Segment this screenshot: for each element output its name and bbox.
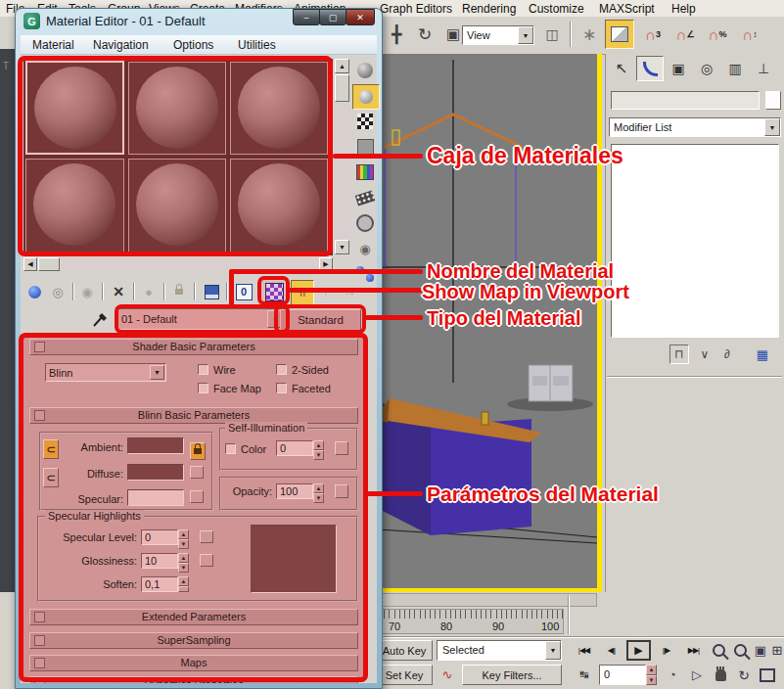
maximize-viewport-icon[interactable] — [758, 665, 777, 685]
options-icon[interactable] — [352, 211, 378, 235]
spinner-snap-icon[interactable]: ∩↕ — [736, 22, 763, 47]
make-unique-material-icon[interactable] — [168, 280, 190, 303]
annotation-line-showmap — [289, 288, 423, 293]
rotate-icon[interactable]: ↻ — [412, 22, 438, 47]
backlight-icon[interactable] — [352, 84, 380, 110]
delete-material-icon[interactable]: ✕ — [108, 280, 129, 303]
time-ruler[interactable]: 70 80 90 100 — [378, 609, 564, 634]
snaps-toggle-icon[interactable] — [605, 20, 634, 49]
zoom-extents-icon[interactable]: ▣ — [752, 640, 769, 661]
assign-material-to-selection-icon[interactable]: ◉ — [76, 280, 98, 303]
put-material-to-scene-icon[interactable]: ◎ — [47, 280, 69, 303]
key-selection-dropdown[interactable]: Selected ▼ — [437, 640, 562, 661]
maximize-button[interactable]: ▢ — [319, 9, 346, 25]
next-frame-icon[interactable]: ||▶ — [654, 640, 678, 661]
time-configuration-icon[interactable]: ◔ — [662, 665, 683, 685]
menu-material[interactable]: Material — [32, 38, 74, 52]
tab-create[interactable]: ↖ — [608, 56, 635, 81]
frame-spinner[interactable]: ▲▼ — [646, 665, 657, 685]
tab-display[interactable]: ▥ — [721, 56, 749, 81]
object-color-swatch[interactable] — [765, 91, 781, 110]
menu-customize[interactable]: Customize — [529, 2, 584, 16]
menu-help[interactable]: Help — [671, 2, 696, 16]
use-center-icon[interactable]: ◫ — [540, 22, 564, 47]
angle-snap-toggle-icon[interactable]: ∩∠ — [671, 22, 699, 47]
close-button[interactable]: ✕ — [346, 9, 375, 25]
select-manipulate-icon[interactable]: ∗ — [577, 22, 601, 47]
zoom-region-icon[interactable] — [730, 640, 750, 661]
material-id-channel-icon[interactable]: 0 — [233, 280, 254, 303]
viewport-label: T — [3, 61, 9, 71]
scroll-thumb[interactable] — [335, 74, 349, 102]
scroll-up-icon[interactable]: ▲ — [335, 59, 349, 73]
show-end-result-stack-icon[interactable]: ∨ — [695, 344, 715, 364]
modifier-list-dropdown[interactable]: Modifier List ▼ — [609, 117, 781, 137]
tick-label: 70 — [389, 620, 400, 632]
pin-stack-icon[interactable]: ⊓ — [669, 344, 689, 364]
modifier-stack-list[interactable] — [611, 144, 779, 338]
make-preview-icon[interactable] — [352, 186, 378, 209]
annotation-tipo: Tipo del Material — [427, 307, 580, 330]
key-filters-button[interactable]: Key Filters... — [462, 665, 562, 685]
select-by-material-icon[interactable]: ◉ — [352, 237, 378, 260]
go-to-start-icon[interactable]: |◀◀ — [572, 640, 596, 661]
zoom-icon[interactable] — [709, 640, 728, 661]
current-frame-field[interactable]: 0 — [599, 665, 646, 685]
arc-rotate-icon[interactable]: ↻ — [734, 665, 754, 685]
annotation-parametros: Parámetros del Material — [427, 482, 659, 506]
put-to-library-icon[interactable] — [201, 280, 222, 303]
scroll-thumb[interactable] — [38, 257, 60, 271]
object-name-field[interactable] — [611, 91, 760, 110]
screen: File Edit Tools Group Views Create Modif… — [0, 0, 784, 689]
annotation-box-material-name — [115, 304, 290, 334]
go-to-end-icon[interactable]: ▶▶| — [681, 640, 706, 661]
chevron-down-icon[interactable]: ▼ — [545, 641, 561, 660]
annotation-caja: Caja de Materiales — [427, 143, 623, 169]
show-end-result-icon[interactable]: ⇈ — [291, 280, 314, 305]
make-material-copy-icon[interactable]: ● — [138, 280, 160, 303]
get-material-icon[interactable] — [23, 280, 45, 303]
annotation-box-material-type — [274, 304, 366, 334]
minimize-button[interactable]: – — [293, 9, 320, 25]
percent-snap-icon[interactable]: ∩% — [704, 22, 731, 47]
move-icon[interactable]: ╋ — [384, 22, 409, 47]
menu-maxscript[interactable]: MAXScript — [599, 2, 655, 16]
auto-key-button[interactable]: Auto Key — [376, 640, 433, 661]
field-of-view-icon[interactable]: ▷ — [687, 665, 707, 685]
left-viewport-sliver: T — [0, 49, 15, 592]
pick-material-from-object-icon[interactable] — [90, 307, 112, 331]
make-unique-icon[interactable]: ∂ — [717, 344, 737, 364]
reference-coordinate-dropdown[interactable]: View ▼ — [462, 25, 534, 45]
tab-motion[interactable]: ◎ — [693, 56, 720, 81]
annotation-nombre: Nombre del Material — [427, 260, 614, 283]
play-button[interactable]: ▶ — [626, 640, 651, 661]
menu-graph-editors[interactable]: Graph Editors — [380, 2, 452, 16]
chevron-down-icon[interactable]: ▼ — [518, 26, 533, 44]
annotation-line-tipo — [365, 315, 423, 320]
tab-utilities[interactable]: ⊥ — [750, 56, 777, 81]
background-icon[interactable] — [352, 110, 378, 133]
menu-rendering[interactable]: Rendering — [462, 2, 516, 16]
annotation-showmap: Show Map in Viewport — [422, 281, 629, 303]
scroll-down-icon[interactable]: ▼ — [335, 240, 349, 254]
configure-modifier-sets-icon[interactable]: ▦ — [752, 344, 773, 364]
menu-options[interactable]: Options — [173, 38, 213, 52]
ground-line — [378, 529, 597, 543]
menu-utilities[interactable]: Utilities — [238, 38, 276, 52]
tab-modify[interactable] — [636, 56, 664, 81]
track-bar[interactable] — [372, 593, 597, 607]
scroll-left-icon[interactable]: ◀ — [23, 257, 37, 271]
chevron-down-icon[interactable]: ▼ — [764, 118, 780, 136]
video-color-check-icon[interactable] — [352, 161, 378, 184]
annotation-box-show-map — [257, 276, 290, 305]
sample-type-icon[interactable] — [352, 59, 378, 82]
tab-hierarchy[interactable]: ▣ — [665, 56, 692, 81]
pan-hand-icon[interactable] — [711, 665, 730, 685]
set-keys-curve-icon[interactable]: ∿ — [437, 665, 458, 685]
previous-frame-icon[interactable]: ◀|| — [599, 640, 623, 661]
angle-snap-icon[interactable]: ∩3 — [639, 22, 667, 47]
zoom-extents-all-icon[interactable]: ⊞ — [769, 640, 784, 661]
set-key-button[interactable]: Set Key — [376, 665, 433, 685]
key-mode-toggle-icon[interactable]: ↹ — [572, 665, 596, 685]
menu-navigation[interactable]: Navigation — [93, 38, 149, 52]
